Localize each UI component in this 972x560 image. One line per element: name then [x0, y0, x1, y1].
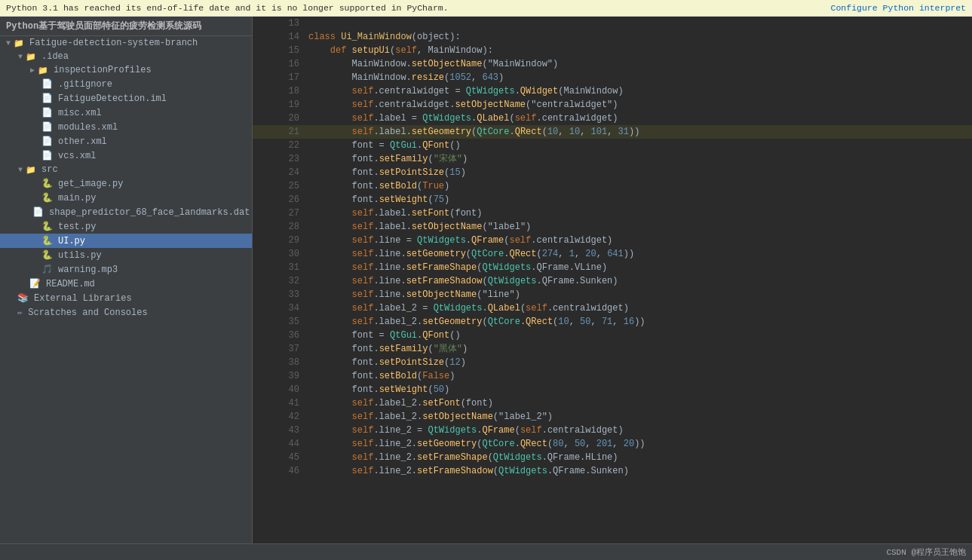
- bottom-bar: CSDN @程序员王饱饱: [0, 543, 972, 560]
- line-number: 27: [253, 207, 305, 220]
- code-line: 21 self.label.setGeometry(QtCore.QRect(1…: [253, 125, 972, 139]
- tree-item-get-image-py[interactable]: 🐍get_image.py: [0, 176, 252, 191]
- line-number: 14: [253, 30, 305, 44]
- tree-item-vcs-xml[interactable]: 📄vcs.xml: [0, 148, 252, 163]
- project-title: Python基于驾驶员面部特征的疲劳检测系统源码: [0, 17, 252, 36]
- line-number: 37: [253, 342, 305, 356]
- line-content: self.label_2 = QtWidgets.QLabel(self.cen…: [305, 301, 972, 315]
- tree-item-src[interactable]: ▼📁src: [0, 163, 252, 176]
- dat-icon: 📄: [32, 207, 44, 218]
- project-title-text: Python基于驾驶员面部特征的疲劳检测系统源码: [6, 20, 201, 32]
- line-content: self.line.setFrameShape(QtWidgets.QFrame…: [305, 261, 972, 274]
- line-content: self.label_2.setGeometry(QtCore.QRect(10…: [305, 315, 972, 329]
- line-content: self.line_2 = QtWidgets.QFrame(self.cent…: [305, 424, 972, 437]
- code-line: 31 self.line.setFrameShape(QtWidgets.QFr…: [253, 261, 972, 274]
- line-content: MainWindow.setObjectName("MainWindow"): [305, 57, 972, 71]
- tree-item-label: get_image.py: [58, 179, 123, 189]
- file-tree: ▼📁Fatigue-detection-system-branch▼📁.idea…: [0, 36, 252, 320]
- code-line: 43 self.line_2 = QtWidgets.QFrame(self.c…: [253, 424, 972, 437]
- mp3-icon: 🎵: [41, 264, 53, 275]
- code-line: 24 font.setPointSize(15): [253, 166, 972, 179]
- code-line: 42 self.label_2.setObjectName("label_2"): [253, 410, 972, 424]
- lib-icon: 📚: [17, 292, 29, 304]
- line-number: 28: [253, 220, 305, 234]
- line-number: 43: [253, 424, 305, 437]
- tree-item-modules-xml[interactable]: 📄modules.xml: [0, 120, 252, 134]
- code-line: 37 font.setFamily("黑体"): [253, 342, 972, 356]
- tree-item--gitignore[interactable]: 📄.gitignore: [0, 77, 252, 91]
- code-line: 16 MainWindow.setObjectName("MainWindow"…: [253, 57, 972, 71]
- tree-item-label: vcs.xml: [58, 151, 96, 161]
- tree-item-scratches-and-consoles[interactable]: ✏️Scratches and Consoles: [0, 305, 252, 320]
- line-number: 15: [253, 44, 305, 57]
- code-line: 28 self.label.setObjectName("label"): [253, 220, 972, 234]
- line-content: self.line.setGeometry(QtCore.QRect(274, …: [305, 247, 972, 261]
- tree-item-label: test.py: [58, 222, 96, 232]
- tree-item-main-py[interactable]: 🐍main.py: [0, 191, 252, 205]
- tree-arrow: ▼: [18, 166, 23, 174]
- line-number: 38: [253, 356, 305, 369]
- tree-item-other-xml[interactable]: 📄other.xml: [0, 134, 252, 148]
- tree-item-label: other.xml: [58, 136, 107, 147]
- tree-item--idea[interactable]: ▼📁.idea: [0, 50, 252, 63]
- py-icon: 🐍: [41, 192, 53, 203]
- line-number: 13: [253, 17, 305, 30]
- tree-item-label: Scratches and Consoles: [28, 308, 147, 318]
- folder-icon: 📁: [26, 165, 36, 175]
- tree-item-misc-xml[interactable]: 📄misc.xml: [0, 106, 252, 120]
- line-number: 45: [253, 451, 305, 464]
- line-content: font.setPointSize(12): [305, 356, 972, 369]
- line-number: 42: [253, 410, 305, 424]
- tree-item-test-py[interactable]: 🐍test.py: [0, 219, 252, 234]
- code-line: 35 self.label_2.setGeometry(QtCore.QRect…: [253, 315, 972, 329]
- line-content: self.line.setObjectName("line"): [305, 288, 972, 301]
- code-line: 30 self.line.setGeometry(QtCore.QRect(27…: [253, 247, 972, 261]
- line-content: self.label.setObjectName("label"): [305, 220, 972, 234]
- tree-item-fatiguedetection-iml[interactable]: 📄FatigueDetection.iml: [0, 91, 252, 106]
- tree-item-external-libraries[interactable]: 📚External Libraries: [0, 291, 252, 305]
- code-line: 23 font.setFamily("宋体"): [253, 152, 972, 166]
- line-content: self.label.setGeometry(QtCore.QRect(10, …: [305, 125, 972, 139]
- scratch-icon: ✏️: [17, 307, 23, 318]
- git-icon: 📄: [41, 78, 53, 90]
- py-icon: 🐍: [41, 221, 53, 232]
- tree-item-warning-mp3[interactable]: 🎵warning.mp3: [0, 262, 252, 277]
- line-number: 30: [253, 247, 305, 261]
- line-content: font.setFamily("宋体"): [305, 152, 972, 166]
- folder-icon: 📁: [38, 66, 48, 75]
- code-line: 25 font.setBold(True): [253, 179, 972, 193]
- tree-item-shape-predictor-68-face-landmarks-dat[interactable]: 📄shape_predictor_68_face_landmarks.dat: [0, 205, 252, 219]
- tree-item-label: warning.mp3: [58, 265, 118, 275]
- line-content: class Ui_MainWindow(object):: [305, 30, 972, 44]
- tree-item-label: shape_predictor_68_face_landmarks.dat: [49, 207, 250, 218]
- warning-message: Python 3.1 has reached its end-of-life d…: [6, 3, 449, 13]
- line-number: 46: [253, 464, 305, 478]
- configure-python-link[interactable]: Configure Python interpret: [831, 3, 966, 13]
- tree-item-ui-py[interactable]: 🐍UI.py: [0, 234, 252, 248]
- tree-item-label: modules.xml: [58, 122, 118, 133]
- code-line: 14class Ui_MainWindow(object):: [253, 30, 972, 44]
- code-line: 36 font = QtGui.QFont(): [253, 329, 972, 342]
- tree-item-readme-md[interactable]: 📝README.md: [0, 277, 252, 291]
- tree-arrow: ▼: [6, 39, 11, 47]
- code-editor[interactable]: 13 14class Ui_MainWindow(object):15 def …: [253, 17, 972, 543]
- code-lines: 13 14class Ui_MainWindow(object):15 def …: [253, 17, 972, 478]
- tree-item-label: inspectionProfiles: [54, 65, 152, 75]
- code-line: 44 self.line_2.setGeometry(QtCore.QRect(…: [253, 437, 972, 451]
- line-content: font.setWeight(50): [305, 383, 972, 396]
- code-line: 17 MainWindow.resize(1052, 643): [253, 71, 972, 84]
- code-line: 40 font.setWeight(50): [253, 383, 972, 396]
- line-content: self.label_2.setFont(font): [305, 396, 972, 410]
- tree-item-inspectionprofiles[interactable]: ▶📁inspectionProfiles: [0, 63, 252, 77]
- tree-item-fatigue-detection-system-branch[interactable]: ▼📁Fatigue-detection-system-branch: [0, 36, 252, 50]
- code-line: 34 self.label_2 = QtWidgets.QLabel(self.…: [253, 301, 972, 315]
- folder-icon: 📁: [14, 38, 24, 48]
- tree-item-utils-py[interactable]: 🐍utils.py: [0, 248, 252, 262]
- xml-icon: 📄: [41, 107, 53, 118]
- tree-item-label: .idea: [41, 51, 69, 62]
- tree-item-label: FatigueDetection.iml: [58, 93, 167, 104]
- code-line: 38 font.setPointSize(12): [253, 356, 972, 369]
- code-line: 22 font = QtGui.QFont(): [253, 139, 972, 152]
- py-icon: 🐍: [41, 249, 53, 261]
- line-content: self.line_2.setFrameShadow(QtWidgets.QFr…: [305, 464, 972, 478]
